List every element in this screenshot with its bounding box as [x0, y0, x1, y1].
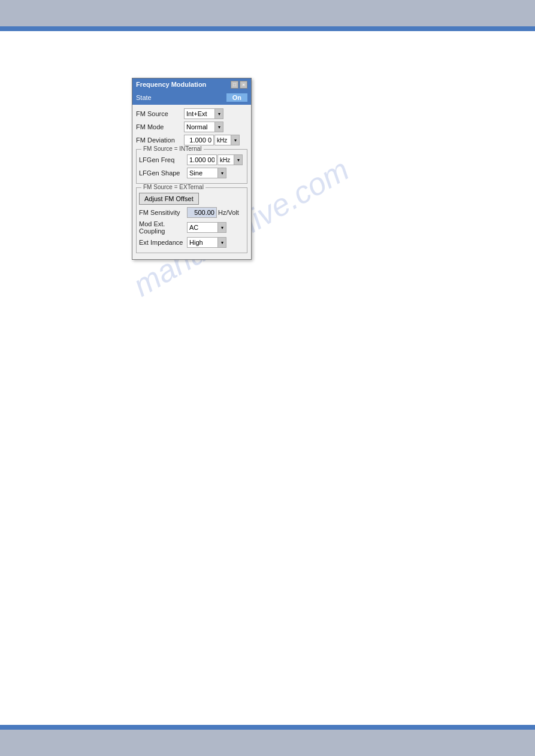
internal-group: FM Source = INTernal LFGen Freq ▾ LFGen … — [136, 149, 247, 184]
fm-source-select-container: ▾ — [184, 108, 223, 119]
mod-ext-coupling-input[interactable] — [187, 222, 218, 233]
fm-deviation-input[interactable] — [184, 135, 214, 145]
ext-impedance-row: Ext Impedance ▾ — [139, 237, 244, 248]
titlebar-buttons: □ × — [231, 81, 247, 89]
footer-bar-accent — [0, 725, 535, 730]
lfgen-freq-unit-container: ▾ — [217, 154, 243, 165]
external-group-title: FM Source = EXTernal — [141, 184, 205, 190]
fm-sensitivity-label: FM Sensitivity — [139, 209, 187, 216]
dialog-title: Frequency Modulation — [136, 81, 206, 88]
fm-mode-select-container: ▾ — [184, 122, 223, 132]
adjust-fm-offset-button[interactable]: Adjust FM Offset — [139, 193, 199, 205]
lfgen-freq-input[interactable] — [187, 154, 217, 165]
minimize-button[interactable]: □ — [231, 81, 238, 89]
header-bar-accent — [0, 26, 535, 31]
state-value[interactable]: On — [226, 93, 247, 102]
fm-source-dropdown-arrow[interactable]: ▾ — [215, 108, 223, 119]
lfgen-shape-dropdown-arrow[interactable]: ▾ — [218, 168, 226, 178]
frequency-modulation-dialog: Frequency Modulation □ × State On FM Sou… — [132, 78, 252, 260]
fm-mode-dropdown-arrow[interactable]: ▾ — [215, 122, 223, 132]
state-row: State On — [132, 90, 251, 105]
lfgen-shape-label: LFGen Shape — [139, 169, 187, 177]
fm-source-row: FM Source ▾ — [136, 108, 247, 119]
close-button[interactable]: × — [240, 81, 247, 89]
mod-ext-coupling-select-container: ▾ — [187, 222, 226, 233]
fm-deviation-label: FM Deviation — [136, 136, 184, 144]
lfgen-freq-unit-arrow[interactable]: ▾ — [234, 154, 243, 165]
fm-source-input[interactable] — [184, 108, 215, 119]
lfgen-freq-unit-input[interactable] — [217, 154, 234, 165]
mod-ext-coupling-row: Mod Ext. Coupling ▾ — [139, 220, 244, 235]
lfgen-shape-input[interactable] — [187, 168, 218, 178]
dialog-content: FM Source ▾ FM Mode ▾ FM Deviation ▾ — [132, 105, 251, 259]
adjust-fm-offset-row: Adjust FM Offset — [139, 193, 244, 205]
ext-impedance-dropdown-arrow[interactable]: ▾ — [218, 237, 226, 248]
fm-deviation-unit-arrow[interactable]: ▾ — [231, 135, 240, 145]
lfgen-freq-label: LFGen Freq — [139, 156, 187, 163]
fm-source-label: FM Source — [136, 110, 184, 117]
fm-deviation-unit-container: ▾ — [214, 135, 240, 145]
internal-group-title: FM Source = INTernal — [141, 145, 204, 152]
fm-sensitivity-input — [187, 207, 217, 218]
fm-deviation-unit-input[interactable] — [214, 135, 231, 145]
dialog-titlebar: Frequency Modulation □ × — [132, 78, 251, 90]
ext-impedance-select-container: ▾ — [187, 237, 226, 248]
ext-impedance-label: Ext Impedance — [139, 239, 187, 246]
fm-mode-label: FM Mode — [136, 123, 184, 130]
mod-ext-coupling-label: Mod Ext. Coupling — [139, 220, 187, 235]
lfgen-shape-select-container: ▾ — [187, 168, 226, 178]
external-group: FM Source = EXTernal Adjust FM Offset FM… — [136, 187, 247, 253]
ext-impedance-input[interactable] — [187, 237, 218, 248]
fm-sensitivity-row: FM Sensitivity Hz/Volt — [139, 207, 244, 218]
state-label: State — [136, 94, 226, 101]
lfgen-shape-row: LFGen Shape ▾ — [139, 168, 244, 178]
fm-mode-row: FM Mode ▾ — [136, 122, 247, 132]
lfgen-freq-row: LFGen Freq ▾ — [139, 154, 244, 165]
fm-sensitivity-unit: Hz/Volt — [218, 209, 239, 216]
fm-mode-input[interactable] — [184, 122, 215, 132]
mod-ext-coupling-dropdown-arrow[interactable]: ▾ — [218, 222, 226, 233]
fm-deviation-row: FM Deviation ▾ — [136, 135, 247, 145]
